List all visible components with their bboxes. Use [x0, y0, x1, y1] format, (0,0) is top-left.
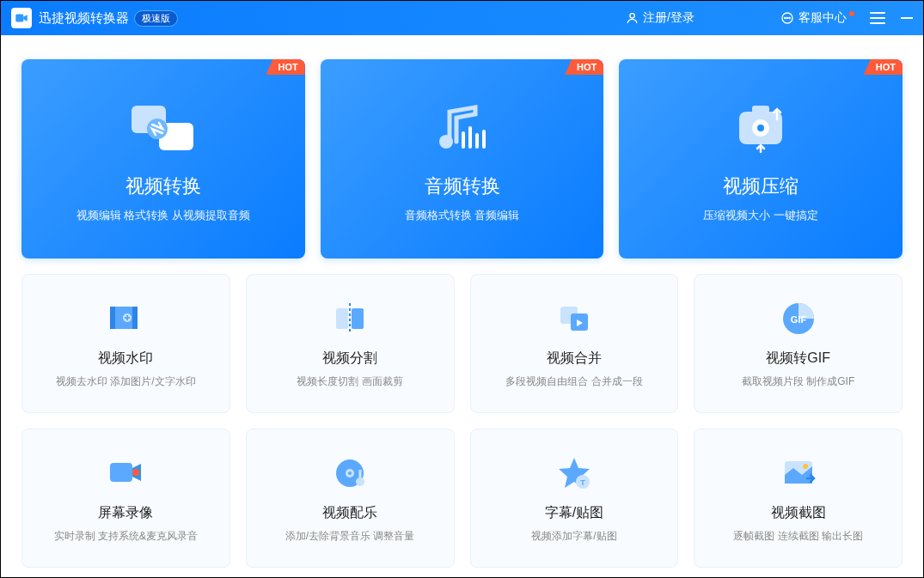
svg-point-1 — [629, 14, 633, 18]
card-video-watermark[interactable]: 视频水印 视频去水印 添加图片/文字水印 — [21, 274, 230, 413]
hero-title: 视频转换 — [125, 173, 201, 199]
minimize-button[interactable] — [901, 17, 913, 19]
audio-convert-icon — [424, 94, 501, 163]
svg-point-8 — [147, 119, 168, 139]
card-title: 字幕/贴图 — [545, 504, 603, 522]
login-link[interactable]: 注册/登录 — [625, 10, 695, 26]
hot-badge: HOT — [266, 59, 304, 75]
card-desc: 截取视频片段 制作成GIF — [742, 374, 854, 389]
svg-rect-15 — [752, 106, 769, 114]
svg-point-33 — [348, 472, 352, 475]
svg-point-17 — [757, 125, 764, 131]
svg-point-3 — [785, 17, 786, 18]
card-desc: 添加/去除背景音乐 调整音量 — [285, 529, 415, 544]
svg-rect-29 — [110, 463, 132, 482]
card-video-screenshot[interactable]: 视频截图 逐帧截图 连续截图 输出长图 — [694, 429, 903, 568]
hot-badge: HOT — [565, 59, 603, 75]
card-video-to-gif[interactable]: GIF 视频转GIF 截取视频片段 制作成GIF — [694, 274, 903, 413]
card-title: 视频配乐 — [322, 504, 377, 522]
card-video-merge[interactable]: 视频合并 多段视频自由组合 合并成一段 — [470, 274, 679, 413]
card-title: 视频转GIF — [766, 350, 830, 368]
music-icon — [329, 453, 370, 494]
gif-icon: GIF — [778, 298, 819, 339]
card-title: 视频截图 — [771, 504, 826, 522]
svg-text:T: T — [580, 478, 585, 487]
support-link[interactable]: 客服中心 — [780, 10, 854, 26]
svg-rect-20 — [132, 307, 138, 329]
card-desc: 视频长度切割 画面裁剪 — [297, 374, 402, 389]
chat-icon — [780, 11, 794, 25]
svg-rect-13 — [482, 130, 486, 149]
user-icon — [625, 11, 639, 25]
card-desc: 实时录制 支持系统&麦克风录音 — [54, 529, 198, 544]
card-subtitle-sticker[interactable]: T 字幕/贴图 视频添加字幕/贴图 — [470, 429, 679, 568]
watermark-icon — [105, 298, 146, 339]
record-icon — [105, 453, 146, 494]
hero-audio-convert[interactable]: HOT 音频转换 音频格式转换 音频编辑 — [321, 59, 604, 259]
hero-title: 音频转换 — [425, 173, 500, 199]
screenshot-icon — [778, 453, 819, 494]
svg-point-30 — [132, 469, 139, 476]
svg-rect-23 — [352, 308, 364, 329]
svg-point-9 — [439, 135, 453, 149]
svg-rect-22 — [336, 308, 348, 329]
card-desc: 视频添加字幕/贴图 — [531, 529, 616, 544]
hero-title: 视频压缩 — [723, 173, 799, 199]
support-badge-dot — [849, 11, 854, 16]
video-convert-icon — [125, 94, 202, 163]
svg-point-4 — [786, 17, 787, 18]
hero-desc: 视频编辑 格式转换 从视频提取音频 — [76, 208, 250, 223]
app-version-badge: 极速版 — [134, 10, 178, 27]
svg-rect-0 — [15, 15, 23, 22]
card-screen-record[interactable]: 屏幕录像 实时录制 支持系统&麦克风录音 — [21, 429, 230, 568]
merge-icon — [554, 298, 595, 339]
card-title: 视频合并 — [547, 350, 602, 368]
card-desc: 视频去水印 添加图片/文字水印 — [56, 374, 196, 389]
main-content: HOT 视频转换 视频编辑 格式转换 从视频提取音频 HOT 音频转换 音频格式… — [1, 35, 923, 577]
split-icon — [329, 298, 370, 339]
svg-rect-10 — [462, 131, 465, 149]
svg-rect-12 — [475, 133, 479, 149]
app-name: 迅捷视频转换器 — [39, 10, 129, 27]
svg-text:GIF: GIF — [790, 314, 806, 325]
titlebar: 迅捷视频转换器 极速版 注册/登录 客服中心 — [1, 1, 923, 35]
card-title: 视频分割 — [322, 350, 377, 368]
card-title: 屏幕录像 — [98, 504, 153, 522]
menu-icon[interactable] — [870, 12, 885, 24]
hero-desc: 音频格式转换 音频编辑 — [405, 208, 520, 223]
card-desc: 逐帧截图 连续截图 输出长图 — [733, 529, 863, 544]
svg-rect-11 — [468, 126, 472, 149]
card-desc: 多段视频自由组合 合并成一段 — [505, 374, 642, 389]
video-compress-icon — [722, 94, 799, 163]
support-label: 客服中心 — [799, 10, 847, 26]
svg-point-38 — [803, 464, 808, 469]
login-label: 注册/登录 — [643, 10, 695, 26]
hero-video-compress[interactable]: HOT 视频压缩 压缩视频大小 一键搞定 — [619, 59, 903, 259]
card-video-split[interactable]: 视频分割 视频长度切割 画面裁剪 — [246, 274, 455, 413]
svg-point-5 — [789, 17, 790, 18]
subtitle-icon: T — [554, 453, 595, 494]
app-logo-icon — [11, 8, 32, 28]
hot-badge: HOT — [864, 59, 903, 75]
svg-rect-19 — [110, 307, 115, 329]
card-video-music[interactable]: 视频配乐 添加/去除背景音乐 调整音量 — [246, 429, 455, 568]
hero-video-convert[interactable]: HOT 视频转换 视频编辑 格式转换 从视频提取音频 — [21, 59, 305, 259]
hero-desc: 压缩视频大小 一键搞定 — [703, 208, 818, 223]
card-title: 视频水印 — [98, 350, 153, 368]
